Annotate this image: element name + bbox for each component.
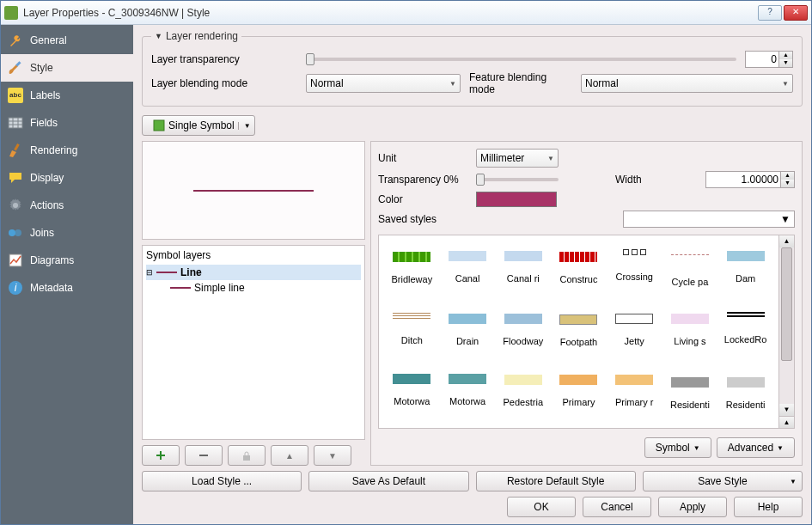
- spin-up-icon[interactable]: ▲: [778, 52, 792, 59]
- gallery-item[interactable]: Pedestria: [495, 373, 551, 414]
- close-titlebar-button[interactable]: ✕: [784, 5, 808, 21]
- cancel-button[interactable]: Cancel: [583, 497, 651, 517]
- gallery-item[interactable]: Dam: [717, 249, 773, 291]
- gallery-item[interactable]: Living s: [662, 312, 718, 351]
- paintbrush-icon: [8, 143, 23, 158]
- gallery-item[interactable]: Footpath: [551, 312, 607, 351]
- apply-button[interactable]: Apply: [658, 497, 727, 517]
- width-spinbox[interactable]: ▲▼: [705, 171, 795, 188]
- plus-icon: [155, 449, 167, 461]
- gallery-item[interactable]: Construc: [551, 249, 607, 291]
- swatch: [449, 314, 486, 324]
- save-style-button[interactable]: Save Style▼: [643, 471, 803, 491]
- gallery-item[interactable]: LockedRo: [717, 312, 773, 351]
- sidebar-item-labels[interactable]: abc Labels: [1, 82, 133, 109]
- swatch: [671, 254, 709, 265]
- scroll-up-icon[interactable]: ▲: [779, 235, 794, 247]
- sidebar-item-metadata[interactable]: i Metadata: [1, 274, 133, 302]
- lock-layer-button[interactable]: [228, 445, 266, 466]
- spin-down-icon[interactable]: ▼: [778, 59, 792, 67]
- joins-icon: [8, 225, 23, 241]
- gallery-item[interactable]: Drain: [440, 312, 496, 351]
- lock-icon: [241, 449, 253, 461]
- save-default-button[interactable]: Save As Default: [308, 471, 468, 491]
- sidebar-item-label: Diagrams: [30, 254, 74, 266]
- spin-down-icon[interactable]: ▼: [780, 180, 794, 187]
- load-style-button[interactable]: Load Style ...: [142, 471, 302, 491]
- help-titlebar-button[interactable]: ?: [758, 5, 782, 21]
- sidebar-item-label: Fields: [30, 117, 58, 129]
- gallery-item[interactable]: Jetty: [607, 312, 662, 351]
- swatch: [504, 251, 542, 261]
- chevron-down-icon: ▼: [449, 80, 456, 88]
- app-icon: [4, 6, 18, 20]
- gallery-item[interactable]: Motorwa: [384, 373, 440, 414]
- gallery-item[interactable]: Ditch: [384, 312, 440, 351]
- sidebar-item-style[interactable]: Style: [1, 54, 133, 82]
- symbol-menu-button[interactable]: Symbol ▼: [644, 437, 711, 458]
- sidebar-item-fields[interactable]: Fields: [1, 109, 133, 137]
- transparency-spinbox[interactable]: ▲▼: [745, 51, 793, 68]
- gallery-item[interactable]: Canal ri: [495, 249, 551, 291]
- gallery-item[interactable]: Crossing: [607, 249, 662, 291]
- spin-up-icon[interactable]: ▲: [780, 172, 794, 180]
- width-input[interactable]: [706, 172, 780, 187]
- gallery-item[interactable]: Canal: [440, 249, 496, 291]
- layer-blend-combo[interactable]: Normal▼: [306, 74, 461, 93]
- gallery-item-label: Motorwa: [387, 396, 437, 406]
- svg-rect-1: [9, 118, 22, 128]
- gallery-scrollbar[interactable]: ▲ ▼ ▲: [778, 235, 794, 428]
- swatch: [393, 313, 430, 323]
- sidebar-item-actions[interactable]: Actions: [1, 192, 133, 219]
- help-button[interactable]: Help: [734, 497, 803, 517]
- gallery-item[interactable]: Residenti: [717, 373, 773, 414]
- single-symbol-icon: [153, 119, 165, 131]
- sidebar-item-rendering[interactable]: Rendering: [1, 137, 133, 164]
- ok-button[interactable]: OK: [507, 497, 576, 517]
- content-panel: ▼ Layer rendering Layer transparency ▲▼ …: [133, 25, 811, 524]
- gallery-item[interactable]: Floodway: [495, 312, 551, 351]
- spin-up-icon[interactable]: ▲: [779, 416, 794, 428]
- sidebar-item-diagrams[interactable]: Diagrams: [1, 247, 133, 274]
- add-layer-button[interactable]: [142, 445, 180, 466]
- sidebar-item-general[interactable]: General: [1, 27, 133, 54]
- unit-combo[interactable]: Millimeter▼: [476, 149, 559, 168]
- swatch: [615, 249, 653, 259]
- sidebar-item-display[interactable]: Display: [1, 164, 133, 192]
- symbol-type-combo[interactable]: Single Symbol ▼: [142, 115, 255, 136]
- saved-styles-combo[interactable]: ▼: [623, 211, 795, 228]
- symbol-layers-tree[interactable]: ⊟ Line Simple line: [146, 265, 361, 296]
- symbol-layers-panel: Symbol layers ⊟ Line Simple line: [142, 245, 365, 440]
- color-label: Color: [378, 193, 469, 205]
- feature-blend-combo[interactable]: Normal▼: [581, 74, 793, 93]
- symbol-transparency-slider[interactable]: [476, 178, 559, 181]
- scroll-thumb[interactable]: [781, 247, 792, 361]
- transparency-input[interactable]: [746, 52, 778, 67]
- gallery-item[interactable]: Motorwa: [440, 373, 496, 414]
- move-down-button[interactable]: ▼: [314, 445, 351, 466]
- tree-root-line[interactable]: ⊟ Line: [146, 265, 361, 280]
- swatch: [727, 312, 765, 322]
- triangle-up-icon: ▲: [285, 451, 294, 461]
- window-title: Layer Properties - C_3009346NW | Style: [23, 7, 756, 19]
- collapse-icon[interactable]: ▼: [155, 32, 162, 40]
- tree-child-simple-line[interactable]: Simple line: [146, 280, 361, 296]
- sidebar-item-joins[interactable]: Joins: [1, 219, 133, 247]
- gallery-item[interactable]: Cycle pa: [662, 249, 718, 291]
- gallery-item-label: Residenti: [721, 400, 771, 410]
- restore-default-button[interactable]: Restore Default Style: [476, 471, 636, 491]
- scroll-down-icon[interactable]: ▼: [779, 404, 794, 416]
- color-button[interactable]: [476, 192, 557, 207]
- swatch: [671, 377, 709, 388]
- remove-layer-button[interactable]: [185, 445, 223, 466]
- gallery-item[interactable]: Bridleway: [384, 249, 440, 291]
- transparency-slider[interactable]: [306, 58, 736, 61]
- move-up-button[interactable]: ▲: [271, 445, 308, 466]
- gallery-item[interactable]: Primary r: [607, 373, 662, 414]
- gallery-item[interactable]: Residenti: [662, 373, 718, 414]
- gallery-item[interactable]: Primary: [551, 373, 607, 414]
- sidebar-item-label: Metadata: [30, 282, 73, 294]
- gallery-item-label: Primary: [553, 397, 603, 407]
- advanced-menu-button[interactable]: Advanced ▼: [717, 437, 795, 458]
- swatch: [449, 374, 486, 384]
